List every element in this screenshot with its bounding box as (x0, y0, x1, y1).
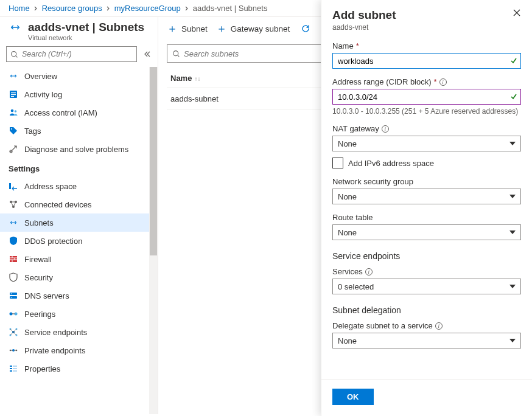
nav-subnets[interactable]: Subnets (0, 213, 158, 232)
nav-private-endpoints[interactable]: Private endpoints (0, 341, 158, 359)
nav-label: Activity log (24, 90, 62, 99)
scrollbar-thumb[interactable] (150, 67, 157, 255)
address-label: Address range (CIDR block)* i (332, 77, 521, 86)
route-select[interactable]: None (332, 224, 521, 240)
search-icon (10, 50, 18, 58)
nav-properties[interactable]: Properties (0, 359, 158, 378)
address-helper: 10.0.3.0 - 10.0.3.255 (251 + 5 Azure res… (332, 107, 521, 116)
ipv6-checkbox[interactable] (332, 158, 343, 168)
nav-label: Peerings (24, 310, 55, 319)
add-gateway-subnet-button[interactable]: ＋ Gateway subnet (216, 23, 290, 34)
nav-tags[interactable]: Tags (0, 122, 158, 140)
add-subnet-panel: Add subnet aadds-vnet Name* Address rang… (321, 0, 532, 416)
firewall-icon (9, 254, 18, 264)
panel-title: Add subnet (332, 9, 521, 22)
nav-activity-log[interactable]: Activity log (0, 85, 158, 103)
svg-point-27 (16, 350, 18, 352)
refresh-button[interactable] (301, 24, 310, 33)
nav-heading-settings: Settings (0, 158, 158, 177)
collapse-nav-button[interactable] (141, 48, 153, 60)
plus-icon: ＋ (216, 23, 227, 34)
nav-label: Firewall (24, 255, 52, 264)
nav-firewall[interactable]: Firewall (0, 250, 158, 268)
iam-icon (9, 108, 18, 117)
nav-label: Connected devices (24, 200, 92, 209)
svg-rect-13 (10, 256, 17, 262)
page-title: aadds-vnet | Subnets (28, 21, 144, 34)
search-icon (172, 50, 180, 58)
chevron-down-icon (509, 285, 516, 288)
nav-label: Security (24, 273, 53, 282)
svg-rect-28 (10, 366, 12, 367)
name-input[interactable] (332, 53, 521, 69)
toolbar-label: Subnet (181, 24, 208, 33)
page-subtitle: Virtual network (0, 34, 158, 41)
add-subnet-button[interactable]: ＋ Subnet (167, 23, 208, 34)
svg-rect-32 (10, 370, 12, 372)
chevron-right-icon (184, 6, 189, 11)
panel-subtitle: aadds-vnet (332, 23, 521, 32)
info-icon[interactable]: i (439, 78, 447, 86)
svg-rect-31 (13, 368, 17, 369)
ok-button[interactable]: OK (332, 389, 374, 405)
toolbar-label: Gateway subnet (231, 24, 290, 33)
nav-dns[interactable]: DNS servers (0, 286, 158, 305)
nav-label: Subnets (24, 218, 54, 227)
svg-point-6 (15, 110, 17, 113)
resource-menu-search-input[interactable] (22, 50, 133, 58)
close-button[interactable] (513, 9, 523, 19)
resource-menu-search[interactable] (6, 46, 137, 62)
nat-select[interactable]: None (332, 136, 521, 151)
delegate-select[interactable]: None (332, 333, 521, 348)
close-icon (513, 9, 521, 17)
chevron-right-icon (33, 6, 38, 11)
nav-ddos[interactable]: DDoS protection (0, 232, 158, 250)
nav-security[interactable]: Security (0, 268, 158, 286)
nav-label: DNS servers (24, 291, 69, 300)
delegation-heading: Subnet delegation (332, 305, 521, 315)
subnets-icon (9, 218, 18, 227)
nav-connected-devices[interactable]: Connected devices (0, 195, 158, 213)
col-name[interactable]: Name↑↓ (167, 69, 334, 88)
nat-label: NAT gateway i (332, 124, 521, 133)
svg-rect-9 (9, 183, 11, 189)
service-endpoints-heading: Service endpoints (332, 251, 521, 261)
nav-label: DDoS protection (24, 237, 82, 246)
nav-scroll[interactable]: Overview Activity log Access control (IA… (0, 67, 158, 414)
svg-point-5 (11, 109, 14, 113)
address-input[interactable] (332, 89, 521, 105)
ddos-icon (9, 236, 18, 246)
nav-diagnose[interactable]: Diagnose and solve problems (0, 140, 158, 158)
nav-address-space[interactable]: Address space (0, 177, 158, 195)
route-label: Route table (332, 213, 521, 222)
check-icon (510, 57, 517, 64)
nav-overview[interactable]: Overview (0, 67, 158, 85)
svg-rect-3 (11, 94, 16, 95)
nav-label: Access control (IAM) (24, 108, 97, 117)
nav-access-control[interactable]: Access control (IAM) (0, 103, 158, 122)
breadcrumb-current: aadds-vnet | Subnets (193, 4, 268, 13)
dns-icon (9, 291, 18, 300)
info-icon[interactable]: i (382, 125, 389, 133)
nav-service-endpoints[interactable]: Service endpoints (0, 323, 158, 341)
vnet-icon (9, 71, 18, 81)
nav-label: Private endpoints (24, 346, 85, 355)
vnet-icon (9, 21, 22, 34)
breadcrumb-myresourcegroup[interactable]: myResourceGroup (114, 4, 181, 13)
info-icon[interactable]: i (435, 322, 443, 330)
plus-icon: ＋ (167, 23, 178, 34)
chevron-down-icon (509, 231, 516, 234)
services-label: Services i (332, 267, 521, 276)
svg-rect-29 (13, 366, 17, 367)
nsg-select[interactable]: None (332, 189, 521, 204)
select-value: 0 selected (338, 282, 374, 291)
breadcrumb-resource-groups[interactable]: Resource groups (42, 4, 102, 13)
peerings-icon (9, 309, 18, 319)
chevron-down-icon (509, 339, 516, 342)
nav-peerings[interactable]: Peerings (0, 305, 158, 323)
breadcrumb-home[interactable]: Home (9, 4, 30, 13)
sort-icon: ↑↓ (192, 75, 200, 82)
info-icon[interactable]: i (365, 268, 373, 276)
services-select[interactable]: 0 selected (332, 279, 521, 294)
svg-point-26 (10, 350, 12, 352)
